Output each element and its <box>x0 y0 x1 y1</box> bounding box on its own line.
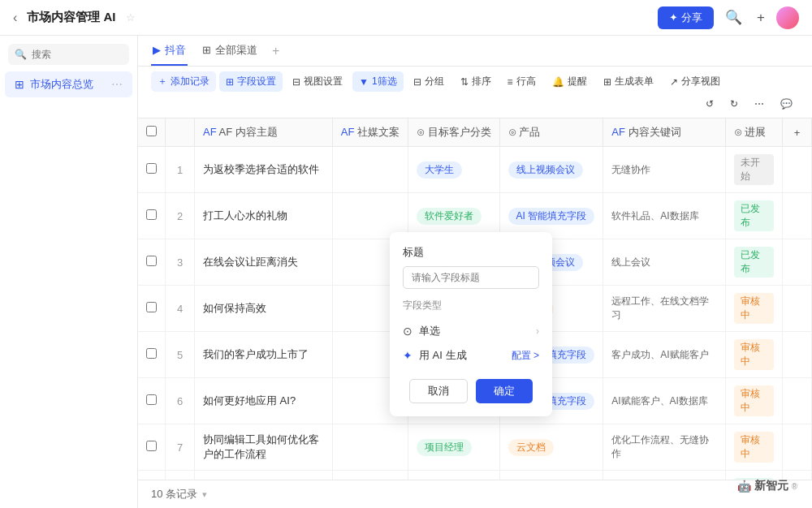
row-checkbox-cell[interactable] <box>138 286 166 332</box>
view-icon: ⊟ <box>292 76 300 88</box>
product-tag: 线上视频会议 <box>508 161 583 179</box>
search-input[interactable] <box>32 49 153 60</box>
row-target: 项目经理 <box>408 424 499 471</box>
row-checkbox[interactable] <box>146 163 157 174</box>
row-topic[interactable]: 在家工作真是太棒了 <box>195 471 333 480</box>
col-header-progress[interactable]: ⊙ 进展 <box>725 118 782 147</box>
row-topic[interactable]: 打工人心水的礼物 <box>195 193 333 239</box>
option-arrow-icon: › <box>536 325 539 337</box>
popup-cancel-button[interactable]: 取消 <box>409 379 468 403</box>
row-checkbox-cell[interactable] <box>138 147 166 193</box>
add-tab-button[interactable]: + <box>272 44 279 58</box>
row-topic[interactable]: 在线会议让距离消失 <box>195 239 333 286</box>
channels-icon: ⊞ <box>202 44 211 56</box>
comment-button[interactable]: 💬 <box>774 95 799 113</box>
field-settings-button[interactable]: ⊞ 字段设置 <box>219 71 283 92</box>
reminder-button[interactable]: 🔔 提醒 <box>546 71 594 92</box>
row-social[interactable] <box>332 147 408 193</box>
avatar[interactable] <box>776 6 799 29</box>
undo-button[interactable]: ↺ <box>699 95 720 113</box>
row-checkbox-cell[interactable] <box>138 471 166 480</box>
add-column-button[interactable]: + <box>783 118 812 147</box>
tab-all-channels[interactable]: ⊞ 全部渠道 <box>201 36 259 66</box>
row-num: 4 <box>166 286 195 332</box>
redo-button[interactable]: ↻ <box>723 95 745 113</box>
col-header-target[interactable]: ⊙ 目标客户分类 <box>408 118 499 147</box>
row-progress: 已发布 <box>725 471 782 480</box>
filter-button[interactable]: ▼ 1筛选 <box>352 71 404 92</box>
row-topic[interactable]: 如何更好地应用 AI? <box>195 378 333 424</box>
row-checkbox[interactable] <box>146 394 157 405</box>
af-icon-social: AF <box>341 126 355 138</box>
col-header-check[interactable] <box>138 118 166 147</box>
star-icon[interactable]: ☆ <box>126 11 136 24</box>
chevron-down-icon: ▾ <box>202 489 207 500</box>
more-icon[interactable]: ⋯ <box>111 78 123 91</box>
row-checkbox[interactable] <box>146 348 157 359</box>
single-select-icon: ⊙ <box>403 325 412 338</box>
row-social[interactable] <box>332 471 408 480</box>
col-header-product[interactable]: ⊙ 产品 <box>499 118 603 147</box>
row-extra <box>783 286 812 332</box>
popup-buttons: 取消 确定 <box>403 379 539 403</box>
sort-button[interactable]: ⇅ 排序 <box>454 71 498 92</box>
row-topic[interactable]: 为返校季选择合适的软件 <box>195 147 333 193</box>
target-icon: ⊙ <box>417 126 425 138</box>
row-num: 2 <box>166 193 195 239</box>
progress-badge: 未开始 <box>734 154 774 185</box>
popup-field-title-input[interactable] <box>403 266 539 289</box>
product-icon: ⊙ <box>508 126 516 138</box>
row-checkbox-cell[interactable] <box>138 378 166 424</box>
table-footer[interactable]: 10 条记录 ▾ <box>138 480 812 508</box>
popup-option-single[interactable]: ⊙ 单选 › <box>403 319 539 343</box>
ai-generate-icon: ✦ <box>403 349 412 362</box>
sidebar-item-market-content[interactable]: ⊞ 市场内容总览 ⋯ <box>5 71 132 97</box>
app-layout: 🔍 « ⊞ 市场内容总览 ⋯ ▶ 抖音 ⊞ 全部渠道 + ＋ <box>0 36 812 508</box>
progress-badge: 审核中 <box>734 385 774 416</box>
ai-config-link[interactable]: 配置 > <box>512 349 539 363</box>
sidebar-search[interactable]: 🔍 « <box>8 44 129 65</box>
form-icon: ⊞ <box>603 76 611 88</box>
more-toolbar-button[interactable]: ⋯ <box>748 95 771 113</box>
row-checkbox-cell[interactable] <box>138 332 166 378</box>
row-keyword: AI赋能客户、AI数据库 <box>603 378 725 424</box>
toolbar: ＋ 添加记录 ⊞ 字段设置 ⊟ 视图设置 ▼ 1筛选 ⊟ 分组 ⇅ 排序 <box>138 67 812 118</box>
top-bar-right: ✦ 分享 🔍 + <box>658 6 799 29</box>
row-topic[interactable]: 协同编辑工具如何优化客户的工作流程 <box>195 424 333 471</box>
col-header-topic[interactable]: AF AF 内容主题 <box>195 118 333 147</box>
af-icon-keyword: AF <box>611 126 625 138</box>
row-topic[interactable]: 我们的客户成功上市了 <box>195 332 333 378</box>
row-social[interactable] <box>332 424 408 471</box>
generate-form-button[interactable]: ⊞ 生成表单 <box>597 71 660 92</box>
row-checkbox-cell[interactable] <box>138 424 166 471</box>
view-settings-button[interactable]: ⊟ 视图设置 <box>286 71 349 92</box>
col-header-num <box>166 118 195 147</box>
row-checkbox-cell[interactable] <box>138 193 166 239</box>
row-progress: 审核中 <box>725 378 782 424</box>
tab-tiktok[interactable]: ▶ 抖音 <box>151 36 188 66</box>
col-header-keyword[interactable]: AF 内容关键词 <box>603 118 725 147</box>
row-checkbox[interactable] <box>146 209 157 220</box>
target-tag: 项目经理 <box>417 439 472 456</box>
add-button[interactable]: + <box>754 6 768 29</box>
col-header-social[interactable]: AF 社媒文案 <box>332 118 408 147</box>
popup-section-label: 字段类型 <box>403 299 539 312</box>
row-checkbox[interactable] <box>146 441 157 451</box>
popup-confirm-button[interactable]: 确定 <box>476 379 533 403</box>
search-button[interactable]: 🔍 <box>722 6 745 29</box>
row-checkbox[interactable] <box>146 302 157 312</box>
row-extra <box>783 471 812 480</box>
back-button[interactable]: ‹ <box>13 11 17 25</box>
add-record-button[interactable]: ＋ 添加记录 <box>151 71 216 92</box>
popup-option-ai[interactable]: ✦ 用 AI 生成 配置 > <box>403 343 539 368</box>
row-height-button[interactable]: ≡ 行高 <box>501 71 542 92</box>
select-all-checkbox[interactable] <box>146 126 157 136</box>
row-checkbox-cell[interactable] <box>138 239 166 286</box>
group-icon: ⊟ <box>413 76 421 88</box>
share-view-button[interactable]: ↗ 分享视图 <box>663 71 727 92</box>
row-checkbox[interactable] <box>146 256 157 266</box>
group-button[interactable]: ⊟ 分组 <box>407 71 451 92</box>
row-topic[interactable]: 如何保持高效 <box>195 286 333 332</box>
share-button[interactable]: ✦ 分享 <box>658 6 714 29</box>
tiktok-icon: ▶ <box>153 44 161 56</box>
